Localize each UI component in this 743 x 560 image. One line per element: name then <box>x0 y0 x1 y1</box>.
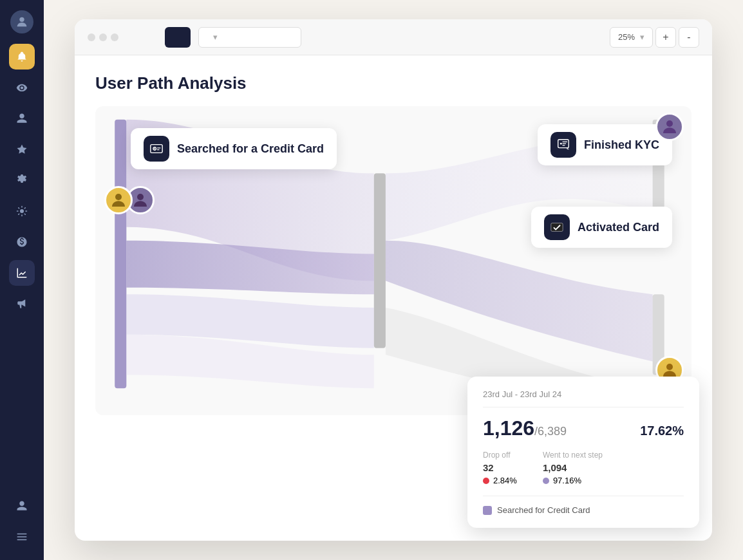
svg-point-16 <box>666 120 673 127</box>
tooltip-main-row: 1,126/6,389 17.62% <box>483 416 684 440</box>
sidebar-item-megaphone[interactable] <box>9 291 35 317</box>
kyc-card-icon <box>550 132 576 158</box>
next-step-label: Went to next step <box>543 451 603 460</box>
zoom-value: 25% <box>618 32 635 42</box>
node-search-label: Searched for a Credit Card <box>177 142 324 156</box>
svg-rect-10 <box>157 149 160 150</box>
avatar-gold <box>104 186 133 214</box>
next-step-stat: Went to next step 1,094 97.16% <box>543 451 603 485</box>
node-card-activate[interactable]: Activated Card <box>531 207 672 248</box>
node-kyc-label: Finished KYC <box>584 138 659 152</box>
tooltip-legend: Searched for Credit Card <box>483 496 684 515</box>
node-activate-label: Activated Card <box>578 221 659 234</box>
tooltip-count: 1,126 <box>483 416 534 440</box>
purple-dot-icon <box>543 478 549 484</box>
dropoff-stat: Drop off 32 2.84% <box>483 451 517 485</box>
filter-dropdown[interactable]: ▾ <box>198 27 301 48</box>
sidebar-item-eye[interactable] <box>9 75 35 100</box>
svg-rect-3 <box>374 173 386 348</box>
svg-point-12 <box>560 143 562 145</box>
node-card-search[interactable]: Searched for a Credit Card <box>131 128 337 169</box>
analysis-content: User Path Analysis <box>75 55 712 541</box>
dropoff-indicator: 2.84% <box>483 476 517 485</box>
legend-label: Searched for Credit Card <box>497 505 590 515</box>
sidebar-item-analytics[interactable] <box>9 260 35 286</box>
red-dot-icon <box>483 478 489 484</box>
sidebar <box>0 0 44 560</box>
dropoff-percent: 2.84% <box>493 476 517 485</box>
dot-1 <box>88 33 95 41</box>
next-step-value: 1,094 <box>543 462 603 473</box>
sidebar-item-menu[interactable] <box>9 524 35 550</box>
dot-3 <box>111 33 118 41</box>
user-avatar[interactable] <box>10 10 33 33</box>
main-content: ▾ 25% ▾ + - User Path Analysis <box>44 0 743 560</box>
next-step-percent: 97.16% <box>553 476 581 485</box>
avatar-cluster-top-right <box>655 113 684 141</box>
dropoff-value: 32 <box>483 462 517 473</box>
svg-point-8 <box>154 148 155 149</box>
tooltip-card: 23rd Jul - 23rd Jul 24 1,126/6,389 17.62… <box>467 377 699 528</box>
tooltip-divider <box>483 407 684 407</box>
sankey-diagram: Searched for a Credit Card Finished KYC <box>95 106 691 415</box>
svg-rect-9 <box>157 147 161 148</box>
window-controls <box>88 33 118 41</box>
chevron-down-icon: ▾ <box>213 32 218 42</box>
dropoff-label: Drop off <box>483 451 517 460</box>
avatar-purple-right <box>655 113 684 141</box>
sidebar-item-user-profile[interactable] <box>9 493 35 519</box>
browser-window: ▾ 25% ▾ + - User Path Analysis <box>75 19 712 541</box>
zoom-controls: 25% ▾ + - <box>610 27 699 48</box>
sidebar-item-notifications[interactable] <box>9 44 35 70</box>
legend-square-icon <box>483 506 492 515</box>
svg-point-1 <box>20 209 24 213</box>
dot-2 <box>99 33 107 41</box>
svg-rect-13 <box>551 223 563 232</box>
tooltip-count-total: /6,389 <box>534 425 567 438</box>
svg-point-14 <box>115 194 122 200</box>
tab-2[interactable] <box>165 27 191 48</box>
tab-1[interactable] <box>131 27 157 48</box>
tooltip-stats: Drop off 32 2.84% Went to next step 1,09… <box>483 451 684 485</box>
svg-point-17 <box>666 364 673 370</box>
search-card-icon <box>144 136 169 162</box>
zoom-arrow: ▾ <box>640 32 644 42</box>
next-step-indicator: 97.16% <box>543 476 603 485</box>
tooltip-count-group: 1,126/6,389 <box>483 416 567 440</box>
avatar-cluster-left <box>104 186 155 214</box>
svg-point-15 <box>137 194 144 200</box>
sidebar-item-person[interactable] <box>9 106 35 131</box>
zoom-display: 25% ▾ <box>610 27 653 48</box>
svg-point-0 <box>19 17 24 22</box>
zoom-in-button[interactable]: + <box>655 27 676 48</box>
tooltip-percent: 17.62% <box>640 424 684 438</box>
sidebar-item-star[interactable] <box>9 136 35 162</box>
node-card-kyc[interactable]: Finished KYC <box>538 124 672 165</box>
sidebar-item-dollar[interactable] <box>9 229 35 255</box>
svg-rect-2 <box>115 120 126 388</box>
sidebar-item-gear[interactable] <box>9 167 35 193</box>
browser-toolbar: ▾ 25% ▾ + - <box>75 19 712 55</box>
activate-card-icon <box>544 214 570 240</box>
page-title: User Path Analysis <box>95 73 691 93</box>
sidebar-item-sun[interactable] <box>9 198 35 224</box>
zoom-out-button[interactable]: - <box>679 27 699 48</box>
tooltip-date-range: 23rd Jul - 23rd Jul 24 <box>483 389 684 399</box>
